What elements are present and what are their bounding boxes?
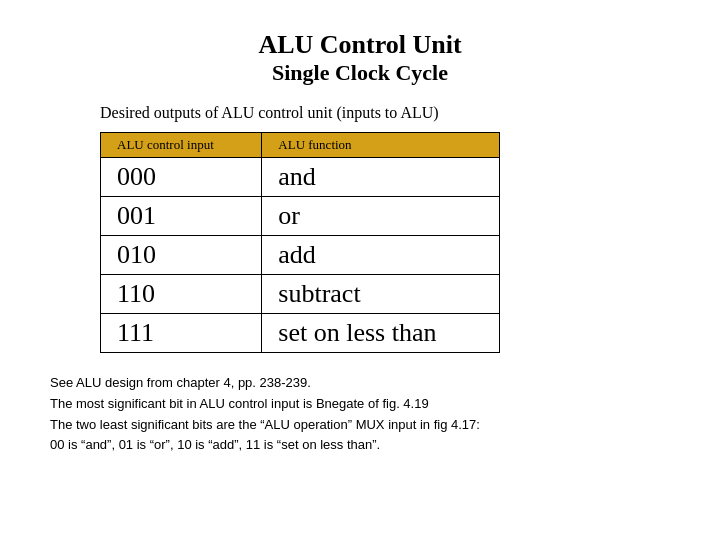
note-line1: See ALU design from chapter 4, pp. 238-2… [50, 373, 480, 394]
sub-title: Single Clock Cycle [258, 60, 461, 86]
table-row: 111set on less than [101, 314, 500, 353]
notes-block: See ALU design from chapter 4, pp. 238-2… [50, 373, 480, 456]
function-cell: add [262, 236, 500, 275]
table-row: 010add [101, 236, 500, 275]
table-row: 110subtract [101, 275, 500, 314]
input-cell: 111 [101, 314, 262, 353]
input-cell: 010 [101, 236, 262, 275]
function-cell: set on less than [262, 314, 500, 353]
alu-table: ALU control input ALU function 000and001… [100, 132, 500, 353]
table-row: 000and [101, 158, 500, 197]
col1-header: ALU control input [101, 133, 262, 158]
input-cell: 110 [101, 275, 262, 314]
table-row: 001or [101, 197, 500, 236]
note-line2: The most significant bit in ALU control … [50, 394, 480, 415]
input-cell: 000 [101, 158, 262, 197]
input-cell: 001 [101, 197, 262, 236]
col2-header: ALU function [262, 133, 500, 158]
table-wrapper: ALU control input ALU function 000and001… [100, 132, 500, 353]
title-block: ALU Control Unit Single Clock Cycle [258, 30, 461, 86]
main-title: ALU Control Unit [258, 30, 461, 60]
function-cell: subtract [262, 275, 500, 314]
note-line4: 00 is “and”, 01 is “or”, 10 is “add”, 11… [50, 435, 480, 456]
function-cell: and [262, 158, 500, 197]
section-label: Desired outputs of ALU control unit (inp… [100, 104, 439, 122]
function-cell: or [262, 197, 500, 236]
note-line3: The two least significant bits are the “… [50, 415, 480, 436]
